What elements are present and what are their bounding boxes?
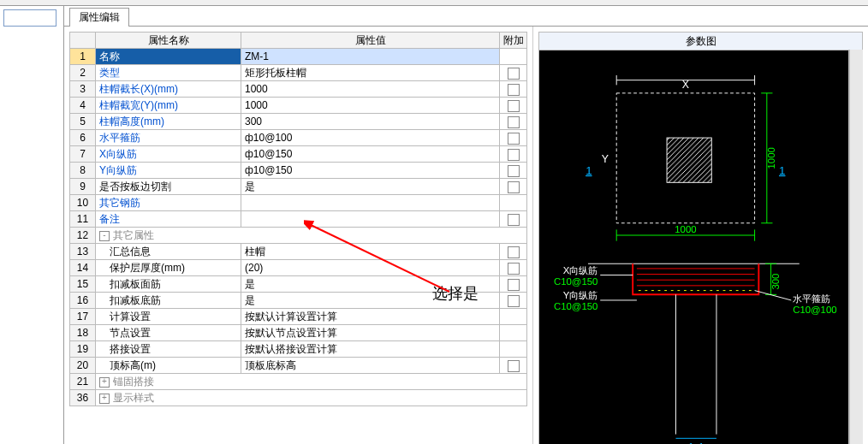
extra-cell[interactable] bbox=[500, 276, 527, 293]
prop-name: 备注 bbox=[99, 213, 120, 225]
table-row[interactable]: 14 保护层厚度(mm)(20) bbox=[70, 260, 527, 276]
prop-value[interactable]: 按默认计算设置计算 bbox=[241, 309, 500, 325]
svg-text:1000: 1000 bbox=[766, 147, 776, 169]
checkbox-icon[interactable] bbox=[508, 279, 520, 291]
table-row[interactable]: 18 节点设置按默认节点设置计算 bbox=[70, 325, 527, 341]
annotation-text: 选择是 bbox=[432, 283, 479, 304]
extra-cell[interactable] bbox=[500, 163, 527, 179]
checkbox-icon[interactable] bbox=[508, 84, 520, 96]
extra-cell[interactable] bbox=[500, 146, 527, 163]
extra-cell[interactable] bbox=[500, 358, 527, 374]
extra-cell[interactable] bbox=[500, 179, 527, 195]
svg-text:Y: Y bbox=[602, 153, 609, 165]
table-row[interactable]: 2类型矩形托板柱帽 bbox=[70, 65, 527, 81]
expand-icon[interactable]: - bbox=[99, 231, 110, 241]
svg-text:水平箍筋: 水平箍筋 bbox=[793, 293, 830, 304]
prop-name: 顶标高(m) bbox=[99, 359, 156, 371]
prop-value[interactable]: 1000 bbox=[241, 98, 500, 114]
checkbox-icon[interactable] bbox=[508, 116, 520, 128]
checkbox-icon[interactable] bbox=[508, 165, 520, 177]
row-number: 14 bbox=[70, 260, 96, 276]
row-number: 17 bbox=[70, 309, 96, 325]
extra-cell[interactable] bbox=[500, 211, 527, 228]
table-row[interactable]: 10其它钢筋 bbox=[70, 195, 527, 211]
table-row[interactable]: 19 搭接设置按默认搭接设置计算 bbox=[70, 341, 527, 358]
extra-cell[interactable] bbox=[500, 293, 527, 309]
table-row[interactable]: 20 顶标高(m)顶板底标高 bbox=[70, 358, 527, 374]
checkbox-icon[interactable] bbox=[508, 181, 520, 193]
expand-icon[interactable]: + bbox=[99, 377, 110, 388]
svg-text:C10@150: C10@150 bbox=[554, 301, 597, 311]
checkbox-icon[interactable] bbox=[508, 133, 520, 145]
checkbox-icon[interactable] bbox=[508, 360, 520, 372]
table-row[interactable]: 8Y向纵筋ф10@150 bbox=[70, 163, 527, 179]
prop-value[interactable]: ф10@100 bbox=[241, 130, 500, 146]
search-input[interactable] bbox=[3, 9, 56, 27]
table-row[interactable]: 36+显示样式 bbox=[70, 390, 527, 406]
prop-value[interactable]: 是 bbox=[241, 179, 500, 195]
table-row[interactable]: 11备注 bbox=[70, 211, 527, 228]
table-row[interactable]: 4柱帽截宽(Y)(mm)1000 bbox=[70, 98, 527, 114]
extra-cell[interactable] bbox=[500, 49, 527, 65]
prop-value[interactable] bbox=[241, 195, 500, 211]
row-number: 12 bbox=[70, 228, 96, 244]
table-row[interactable]: 17 计算设置按默认计算设置计算 bbox=[70, 309, 527, 325]
extra-cell[interactable] bbox=[500, 341, 527, 358]
table-row[interactable]: 3柱帽截长(X)(mm)1000 bbox=[70, 81, 527, 98]
extra-cell[interactable] bbox=[500, 260, 527, 276]
tab-property-edit[interactable]: 属性编辑 bbox=[69, 8, 129, 27]
extra-cell[interactable] bbox=[500, 244, 527, 260]
prop-value[interactable]: 300 bbox=[241, 114, 500, 130]
checkbox-icon[interactable] bbox=[508, 214, 520, 226]
expand-icon[interactable]: + bbox=[99, 394, 110, 404]
prop-value[interactable]: ф10@150 bbox=[241, 163, 500, 179]
row-number: 1 bbox=[70, 49, 96, 65]
extra-cell[interactable] bbox=[500, 114, 527, 130]
prop-name: Y向纵筋 bbox=[99, 164, 137, 176]
row-number: 21 bbox=[70, 374, 96, 390]
table-row[interactable]: 9是否按板边切割是 bbox=[70, 179, 527, 195]
prop-value[interactable]: ф10@150 bbox=[241, 146, 500, 163]
col-value: 属性值 bbox=[241, 33, 500, 49]
checkbox-icon[interactable] bbox=[508, 68, 520, 80]
extra-cell[interactable] bbox=[500, 130, 527, 146]
row-number: 10 bbox=[70, 195, 96, 211]
extra-cell[interactable] bbox=[500, 65, 527, 81]
prop-value[interactable]: 顶板底标高 bbox=[241, 358, 500, 374]
prop-value[interactable]: 柱帽 bbox=[241, 244, 500, 260]
table-row[interactable]: 7X向纵筋ф10@150 bbox=[70, 146, 527, 163]
prop-value[interactable]: 按默认节点设置计算 bbox=[241, 325, 500, 341]
prop-value[interactable] bbox=[241, 211, 500, 228]
extra-cell[interactable] bbox=[500, 81, 527, 98]
prop-value[interactable]: 1000 bbox=[241, 81, 500, 98]
checkbox-icon[interactable] bbox=[508, 246, 520, 258]
checkbox-icon[interactable] bbox=[508, 295, 520, 307]
row-number: 9 bbox=[70, 179, 96, 195]
row-number: 6 bbox=[70, 130, 96, 146]
row-number: 2 bbox=[70, 65, 96, 81]
prop-value[interactable]: (20) bbox=[241, 260, 500, 276]
extra-cell[interactable] bbox=[500, 195, 527, 211]
checkbox-icon[interactable] bbox=[508, 149, 520, 161]
prop-name: 柱帽截长(X)(mm) bbox=[99, 83, 178, 95]
prop-name: 节点设置 bbox=[99, 327, 151, 339]
table-row[interactable]: 6水平箍筋ф10@100 bbox=[70, 130, 527, 146]
extra-cell[interactable] bbox=[500, 325, 527, 341]
row-header-blank bbox=[70, 33, 96, 49]
extra-cell[interactable] bbox=[500, 309, 527, 325]
prop-value[interactable]: 按默认搭接设置计算 bbox=[241, 341, 500, 358]
prop-name: 名称 bbox=[99, 50, 120, 62]
checkbox-icon[interactable] bbox=[508, 263, 520, 275]
table-row[interactable]: 21+锚固搭接 bbox=[70, 374, 527, 390]
prop-value[interactable]: ZM-1 bbox=[241, 49, 500, 65]
table-row[interactable]: 12-其它属性 bbox=[70, 228, 527, 244]
scrollbar-stub[interactable] bbox=[849, 50, 863, 444]
prop-name: 是否按板边切割 bbox=[99, 181, 171, 192]
table-row[interactable]: 1名称ZM-1 bbox=[70, 49, 527, 65]
svg-text:1000: 1000 bbox=[675, 224, 696, 234]
table-row[interactable]: 5柱帽高度(mm)300 bbox=[70, 114, 527, 130]
prop-value[interactable]: 矩形托板柱帽 bbox=[241, 65, 500, 81]
table-row[interactable]: 13 汇总信息柱帽 bbox=[70, 244, 527, 260]
checkbox-icon[interactable] bbox=[508, 100, 520, 112]
extra-cell[interactable] bbox=[500, 98, 527, 114]
